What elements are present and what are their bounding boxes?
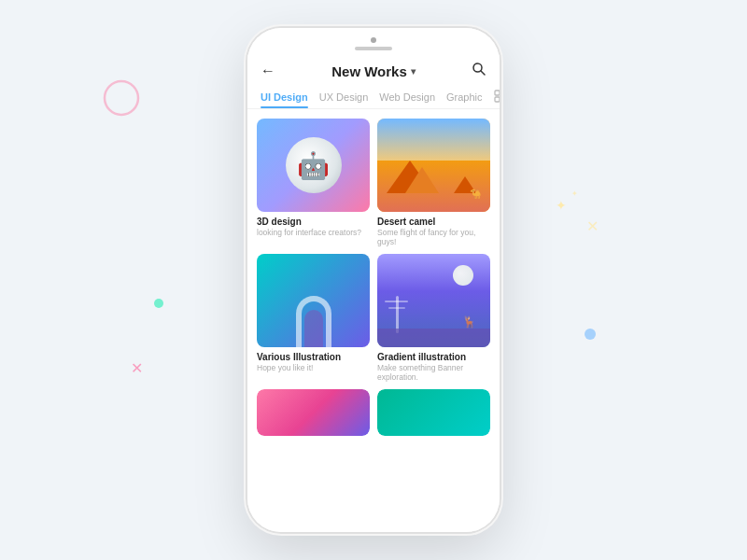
grid-icon (494, 90, 500, 103)
phone-frame: ← New Works ▾ UI Design UX Design Web De… (247, 28, 500, 532)
chevron-down-icon: ▾ (411, 66, 416, 77)
card-various-illustration[interactable]: Various Illustration Hope you like it! (257, 254, 370, 382)
grid-view-button[interactable] (494, 90, 500, 105)
phone-top-bar (247, 28, 500, 54)
svg-line-9 (481, 71, 485, 75)
card-subtitle-gradient: Make something Banner exploration. (377, 363, 490, 382)
card-subtitle-desert: Some flight of fancy for you, guys! (377, 228, 490, 246)
artwork-desert: 🐪 (377, 119, 490, 212)
ground-shape (377, 329, 490, 347)
svg-text:✕: ✕ (131, 360, 143, 376)
tab-graphic[interactable]: Graphic (446, 86, 483, 108)
artwork-illustration (257, 254, 370, 347)
camel-icon: 🐪 (470, 189, 481, 199)
svg-point-7 (585, 329, 596, 340)
svg-text:✦: ✦ (571, 189, 578, 198)
bottom-partial-row (257, 389, 490, 441)
card-3d-design[interactable]: 3D design looking for interface creators… (257, 119, 370, 246)
moon-shape (453, 265, 473, 286)
svg-rect-10 (495, 91, 500, 95)
phone-screen: ← New Works ▾ UI Design UX Design Web De… (247, 54, 500, 532)
artwork-cyan (377, 389, 490, 436)
svg-point-0 (105, 81, 138, 115)
svg-text:✦: ✦ (556, 198, 567, 213)
svg-text:✕: ✕ (586, 218, 599, 234)
card-title-illustration: Various Illustration (257, 352, 370, 362)
main-grid: 3D design looking for interface creators… (257, 119, 490, 382)
phone-speaker (355, 47, 392, 50)
card-title-gradient: Gradient illustration (377, 352, 490, 362)
category-tabs: UI Design UX Design Web Design Graphic (247, 86, 500, 109)
search-button[interactable] (472, 62, 486, 80)
app-header: ← New Works ▾ (247, 54, 500, 86)
card-image-3d-design (257, 119, 370, 212)
tree-shape (396, 296, 399, 333)
card-partial-image-right (377, 389, 490, 436)
card-subtitle-3d-design: looking for interface creators? (257, 228, 370, 237)
tab-ux-design[interactable]: UX Design (319, 86, 369, 108)
desert-sky (377, 119, 490, 165)
artwork-3d-design (257, 119, 370, 212)
svg-point-5 (154, 299, 163, 308)
card-desert-camel[interactable]: 🐪 Desert camel Some flight of fancy for … (377, 119, 490, 246)
artwork-gradient: 🦌 (377, 254, 490, 347)
card-title-3d-design: 3D design (257, 217, 370, 227)
back-button[interactable]: ← (261, 63, 275, 79)
card-image-desert: 🐪 (377, 119, 490, 212)
card-partial-image-left (257, 389, 370, 436)
arch-inner-shape (304, 310, 323, 347)
card-subtitle-illustration: Hope you like it! (257, 363, 370, 372)
svg-rect-12 (495, 97, 500, 102)
card-partial-left[interactable] (257, 389, 370, 441)
pyramid-medium (405, 167, 439, 193)
phone-camera (371, 37, 376, 43)
card-image-gradient: 🦌 (377, 254, 490, 347)
3d-character (286, 137, 342, 193)
page-title[interactable]: New Works ▾ (331, 63, 416, 79)
page-title-text: New Works (331, 63, 407, 79)
card-image-illustration (257, 254, 370, 347)
tab-ui-design[interactable]: UI Design (261, 86, 308, 108)
artwork-grid: 3D design looking for interface creators… (247, 109, 500, 532)
card-gradient-illustration[interactable]: 🦌 Gradient illustration Make something B… (377, 254, 490, 382)
card-title-desert: Desert camel (377, 217, 490, 227)
tab-web-design[interactable]: Web Design (379, 86, 435, 108)
card-partial-right[interactable] (377, 389, 490, 441)
deer-icon: 🦌 (462, 315, 476, 329)
search-icon (472, 62, 486, 77)
artwork-purple (257, 389, 370, 436)
